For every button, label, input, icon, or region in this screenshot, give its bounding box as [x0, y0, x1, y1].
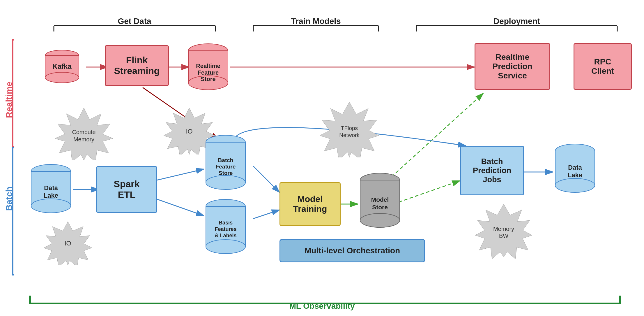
model-store-node: Model Store [358, 172, 402, 230]
batch-feature-store-node: Batch Feature Store [204, 134, 247, 192]
svg-line-22 [253, 166, 279, 192]
svg-text:IO: IO [186, 128, 192, 135]
batch-label: Batch [4, 187, 14, 211]
svg-text:Train Models: Train Models [291, 17, 341, 26]
realtime-prediction-label: Realtime Prediction Service [493, 52, 532, 80]
svg-text:Memory: Memory [73, 136, 94, 143]
model-training-label: Model Training [293, 194, 327, 214]
svg-text:Store: Store [372, 204, 388, 210]
batch-prediction-label: Batch Prediction Jobs [473, 157, 511, 184]
rpc-client-node: RPC Client [574, 43, 632, 90]
svg-text:Kafka: Kafka [52, 62, 72, 70]
tflops-network-starburst: TFlops Network [314, 102, 384, 159]
svg-text:IO: IO [64, 240, 71, 247]
svg-text:Data: Data [568, 164, 582, 171]
svg-text:Store: Store [219, 170, 233, 176]
svg-text:Lake: Lake [568, 171, 582, 179]
svg-text:Get Data: Get Data [118, 17, 151, 26]
realtime-feature-store-node: Realtime Feature Store [186, 43, 230, 92]
svg-point-35 [45, 72, 79, 83]
svg-text:& Labels: & Labels [215, 233, 236, 238]
svg-text:Deployment: Deployment [493, 17, 540, 26]
multi-level-orchestration-node: Multi-level Orchestration [279, 239, 425, 262]
svg-text:Feature: Feature [198, 69, 219, 76]
rpc-client-label: RPC Client [591, 57, 614, 76]
batch-prediction-jobs-node: Batch Prediction Jobs [460, 146, 524, 195]
svg-text:TFlops: TFlops [341, 125, 358, 131]
svg-text:BW: BW [499, 233, 508, 239]
svg-text:Realtime: Realtime [196, 63, 220, 69]
compute-memory-starburst: Compute Memory [52, 108, 116, 161]
svg-text:Network: Network [339, 132, 360, 138]
svg-line-21 [154, 198, 204, 216]
svg-text:Data: Data [44, 184, 58, 192]
svg-point-58 [31, 199, 71, 213]
svg-point-80 [555, 178, 595, 192]
multi-level-orchestration-label: Multi-level Orchestration [305, 246, 400, 255]
flink-streaming-label: Flink Streaming [114, 55, 160, 76]
svg-line-20 [154, 169, 204, 181]
realtime-label: Realtime [4, 82, 14, 118]
svg-text:Features: Features [215, 226, 236, 232]
diagram-container: Get Data Train Models Deployment [0, 0, 644, 316]
spark-etl-label: Spark ETL [114, 179, 140, 200]
svg-text:Basis: Basis [219, 220, 233, 226]
io-bottom-starburst: IO [43, 222, 93, 266]
svg-point-75 [360, 213, 400, 227]
kafka-node: Kafka [43, 49, 81, 84]
svg-text:Lake: Lake [44, 192, 58, 199]
svg-text:Compute: Compute [72, 129, 95, 135]
svg-line-26 [393, 181, 460, 204]
data-lake-batch-node: Data Lake [29, 163, 73, 216]
ml-obs-label: ML Observability [289, 301, 355, 311]
svg-point-69 [206, 240, 245, 254]
realtime-prediction-service-node: Realtime Prediction Service [475, 43, 550, 90]
svg-text:Feature: Feature [216, 164, 236, 170]
batch-bracket [12, 147, 14, 275]
svg-text:Batch: Batch [218, 157, 233, 163]
svg-text:Memory: Memory [493, 226, 514, 232]
memory-bw-starburst: Memory BW [472, 204, 536, 261]
svg-line-23 [253, 210, 279, 219]
basis-features-labels-node: Basis Features & Labels [204, 198, 247, 258]
svg-point-63 [206, 175, 245, 189]
flink-streaming-node: Flink Streaming [105, 45, 169, 86]
svg-text:Store: Store [201, 76, 215, 82]
ml-obs-right-tick [619, 296, 621, 304]
model-training-node: Model Training [279, 182, 341, 226]
svg-text:Model: Model [371, 196, 389, 203]
spark-etl-node: Spark ETL [96, 166, 157, 213]
data-lake-right-node: Data Lake [553, 143, 597, 195]
